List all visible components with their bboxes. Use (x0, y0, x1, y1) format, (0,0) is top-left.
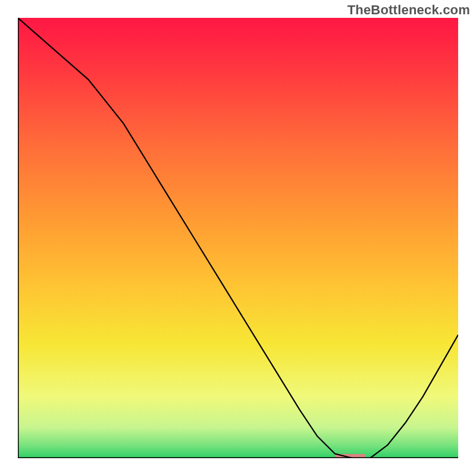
gradient-background (18, 18, 458, 458)
chart-container: TheBottleneck.com (0, 0, 476, 476)
plot-area (18, 18, 458, 458)
watermark-text: TheBottleneck.com (347, 2, 470, 18)
chart-svg (18, 18, 458, 458)
